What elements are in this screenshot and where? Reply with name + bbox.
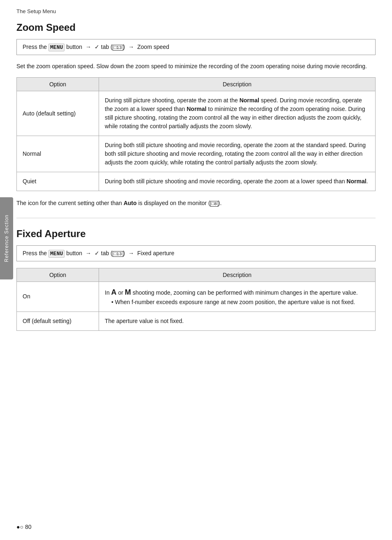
menu-key: MENU xyxy=(48,44,65,51)
menu-path-prefix: Press the xyxy=(23,44,47,50)
menu-destination: Zoom speed xyxy=(137,44,169,50)
zoom-speed-title: Zoom Speed xyxy=(16,22,376,33)
option-normal: Normal xyxy=(17,136,99,172)
page-icon: ●○ xyxy=(16,524,23,530)
zoom-speed-menu-path: Press the MENU button → ✓ tab (□13) → Zo… xyxy=(16,39,376,55)
table-row: Quiet During both still picture shooting… xyxy=(17,172,376,191)
option-quiet: Quiet xyxy=(17,172,99,191)
menu-path-button: button xyxy=(66,44,84,50)
fa-menu-destination: Fixed aperture xyxy=(137,250,174,256)
fa-bullet: • When f-number exceeds exposure range a… xyxy=(105,299,355,305)
side-tab-label: Reference Section xyxy=(4,215,9,262)
breadcrumb: The Setup Menu xyxy=(16,8,376,14)
letter-a: A xyxy=(111,288,117,296)
fixed-aperture-title: Fixed Aperture xyxy=(16,228,376,240)
fa-menu-path-prefix: Press the xyxy=(23,250,47,256)
table-row: Off (default setting) The aperture value… xyxy=(17,312,376,330)
fixed-aperture-table: Option Description On In A or M shooting… xyxy=(16,268,376,331)
fixed-aperture-menu-path: Press the MENU button → ✓ tab (□13) → Fi… xyxy=(16,245,376,261)
page-number: 80 xyxy=(25,524,32,530)
fa-table-col-description: Description xyxy=(99,268,376,282)
table-row: Auto (default setting) During still pict… xyxy=(17,91,376,136)
page-number-area: ●○ 80 xyxy=(16,524,32,530)
zoom-speed-table: Option Description Auto (default setting… xyxy=(16,77,376,191)
tab-label: tab ( xyxy=(101,44,113,50)
fa-desc-on: In A or M shooting mode, zooming can be … xyxy=(99,282,376,312)
fa-option-off: Off (default setting) xyxy=(17,312,99,330)
fa-arrow2: → xyxy=(128,250,134,256)
tab-ref: □13 xyxy=(113,45,123,51)
desc-auto: During still picture shooting, operate t… xyxy=(99,91,376,136)
reference-section-tab: Reference Section xyxy=(0,197,13,279)
fa-desc-off: The aperture value is not fixed. xyxy=(99,312,376,330)
fa-menu-path-button: button xyxy=(66,250,84,256)
fa-menu-key: MENU xyxy=(48,250,65,258)
option-auto: Auto (default setting) xyxy=(17,91,99,136)
fa-tab-close: ) xyxy=(123,250,125,256)
table-row: On In A or M shooting mode, zooming can … xyxy=(17,282,376,312)
fa-wrench-icon: ✓ xyxy=(95,250,99,256)
letter-m: M xyxy=(125,288,131,296)
arrow1: → xyxy=(85,44,91,50)
fa-tab-label: tab ( xyxy=(101,250,113,256)
fa-table-col-option: Option xyxy=(17,268,99,282)
wrench-icon: ✓ xyxy=(95,44,99,50)
zoom-table-col-description: Description xyxy=(99,78,376,91)
zoom-speed-description: Set the zoom operation speed. Slow down … xyxy=(16,62,376,71)
table-row: Normal During both still picture shootin… xyxy=(17,136,376,172)
fa-option-on: On xyxy=(17,282,99,312)
desc-normal: During both still picture shooting and m… xyxy=(99,136,376,172)
fa-tab-ref: □13 xyxy=(113,251,123,257)
fa-arrow1: → xyxy=(85,250,91,256)
arrow2: → xyxy=(128,44,134,50)
tab-close: ) xyxy=(123,44,125,50)
zoom-table-col-option: Option xyxy=(17,78,99,91)
zoom-speed-footer-note: The icon for the current setting other t… xyxy=(16,198,376,208)
section-divider xyxy=(16,218,376,218)
desc-quiet: During both still picture shooting and m… xyxy=(99,172,376,191)
monitor-ref: □8 xyxy=(210,201,218,207)
